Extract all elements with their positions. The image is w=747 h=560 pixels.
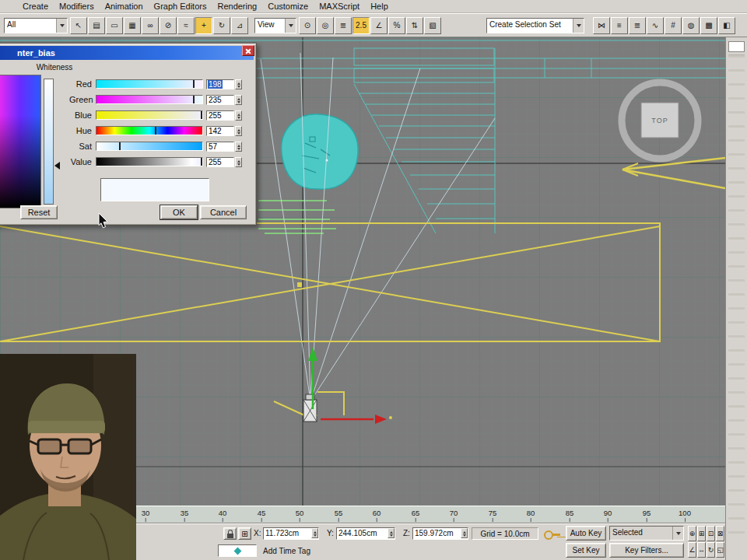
menu-item[interactable]: Modifiers xyxy=(54,2,100,11)
zoom-extents-all-icon[interactable]: ⊠ xyxy=(716,526,724,541)
channel-value-field[interactable]: 255 xyxy=(206,110,234,121)
spinner-snap-icon[interactable]: ⇅ xyxy=(406,17,423,34)
use-pivot-center-icon[interactable]: ⊙ xyxy=(299,17,316,34)
channel-slider-handle[interactable] xyxy=(193,80,195,88)
command-panel[interactable] xyxy=(725,37,747,560)
key-filters-button[interactable]: Key Filters... xyxy=(609,543,684,558)
whiteness-slider-handle[interactable] xyxy=(54,162,60,170)
render-last-icon[interactable]: ◧ xyxy=(718,17,735,34)
channel-slider[interactable] xyxy=(96,110,203,120)
menu-item[interactable]: Animation xyxy=(100,2,149,11)
zoom-all-icon[interactable]: ⊞ xyxy=(697,526,706,541)
menu-item[interactable]: Help xyxy=(365,2,394,11)
ok-button[interactable]: OK xyxy=(160,205,198,219)
command-panel-field[interactable] xyxy=(728,41,745,52)
maximize-viewport-icon[interactable]: ◱ xyxy=(716,542,724,558)
named-selection-set-combo[interactable]: Create Selection Set xyxy=(486,18,584,33)
channel-slider[interactable] xyxy=(96,157,203,166)
channel-slider[interactable] xyxy=(96,126,203,135)
rectangular-selection-icon[interactable]: ▭ xyxy=(106,17,123,34)
chevron-down-icon[interactable] xyxy=(285,19,296,33)
spinner-arrows-icon[interactable] xyxy=(235,95,242,105)
channel-slider[interactable] xyxy=(96,79,203,89)
selection-filter-dropdown[interactable]: All xyxy=(4,18,68,33)
channel-value-field[interactable]: 198 xyxy=(206,79,234,89)
render-setup-icon[interactable]: ▩ xyxy=(700,17,717,34)
camera-object[interactable] xyxy=(303,394,317,422)
whiteness-slider[interactable] xyxy=(44,79,54,205)
spinner-arrows-icon[interactable] xyxy=(461,528,468,538)
field-of-view-icon[interactable]: ∠ xyxy=(688,542,696,558)
snaps-toggle-icon[interactable]: 2.5 xyxy=(352,17,370,34)
channel-value-field[interactable]: 142 xyxy=(206,126,234,136)
spinner-arrows-icon[interactable] xyxy=(235,142,242,152)
x-coordinate-field[interactable]: 11.723cm xyxy=(263,527,319,540)
bind-to-spacewarp-icon[interactable]: ≈ xyxy=(177,17,195,34)
time-tag-field[interactable] xyxy=(218,544,257,557)
angle-snap-icon[interactable]: ∠ xyxy=(370,17,388,34)
spinner-arrows-icon[interactable] xyxy=(235,157,242,167)
material-editor-icon[interactable]: ◍ xyxy=(682,17,700,34)
percent-snap-icon[interactable]: % xyxy=(388,17,405,34)
channel-slider-handle[interactable] xyxy=(193,96,195,103)
hue-saturation-palette[interactable] xyxy=(0,75,41,208)
y-coordinate-field[interactable]: 244.105cm xyxy=(336,527,395,540)
channel-slider-handle[interactable] xyxy=(201,158,202,166)
menu-item[interactable]: MAXScript xyxy=(314,2,365,11)
channel-value-field[interactable]: 255 xyxy=(206,157,234,167)
key-mode-dropdown[interactable]: Selected xyxy=(609,526,684,541)
select-by-name-icon[interactable]: ▤ xyxy=(88,17,105,34)
set-key-button[interactable]: Set Key xyxy=(566,543,606,558)
select-object-icon[interactable]: ↖ xyxy=(70,17,87,34)
set-key-icon[interactable] xyxy=(544,530,561,540)
curve-editor-icon[interactable]: ∿ xyxy=(647,17,664,34)
spinner-arrows-icon[interactable] xyxy=(388,528,395,538)
select-and-manipulate-icon[interactable]: ◎ xyxy=(317,17,334,34)
spinner-arrows-icon[interactable] xyxy=(235,126,242,136)
command-panel-rollouts[interactable] xyxy=(728,54,745,537)
pan-icon[interactable]: ↔ xyxy=(697,542,706,558)
reference-coordinate-dropdown[interactable]: View xyxy=(254,18,296,33)
channel-slider-handle[interactable] xyxy=(201,111,202,119)
spinner-arrows-icon[interactable] xyxy=(311,528,318,538)
spinner-arrows-icon[interactable] xyxy=(235,110,242,121)
edit-named-selection-sets-icon[interactable]: ▧ xyxy=(424,17,441,34)
menu-item[interactable]: Create xyxy=(17,2,54,11)
arc-rotate-icon[interactable]: ↻ xyxy=(707,542,715,558)
zoom-icon[interactable]: ⊕ xyxy=(688,526,696,541)
mirror-icon[interactable]: ⋈ xyxy=(593,17,610,34)
chevron-down-icon[interactable] xyxy=(573,19,584,33)
add-time-tag-label[interactable]: Add Time Tag xyxy=(263,547,310,555)
select-and-rotate-icon[interactable]: ↻ xyxy=(213,17,230,34)
reset-button[interactable]: Reset xyxy=(20,205,58,219)
z-coordinate-field[interactable]: 159.972cm xyxy=(412,527,468,540)
cancel-button[interactable]: Cancel xyxy=(200,205,247,219)
dialog-title-bar[interactable]: nter_bias xyxy=(0,46,254,60)
unlink-selection-icon[interactable]: ⊘ xyxy=(160,17,177,34)
channel-slider[interactable] xyxy=(96,142,203,151)
channel-slider-handle[interactable] xyxy=(119,142,121,150)
menu-item[interactable]: Rendering xyxy=(212,2,262,11)
selected-object-blob[interactable] xyxy=(282,114,359,189)
select-and-scale-icon[interactable]: ⊿ xyxy=(231,17,248,34)
select-and-move-icon[interactable]: + xyxy=(195,17,212,34)
layer-manager-icon[interactable]: ≣ xyxy=(629,17,646,34)
auto-key-button[interactable]: Auto Key xyxy=(566,526,606,541)
menu-item[interactable]: Graph Editors xyxy=(149,2,212,11)
channel-value-field[interactable]: 57 xyxy=(206,142,234,152)
chevron-down-icon[interactable] xyxy=(56,19,67,33)
menu-item[interactable]: Customize xyxy=(262,2,314,11)
crossing-selection-icon[interactable]: ▦ xyxy=(124,17,141,34)
keyboard-shortcut-override-icon[interactable]: ≣ xyxy=(335,17,352,34)
schematic-view-icon[interactable]: # xyxy=(665,17,682,34)
channel-slider[interactable] xyxy=(96,95,203,104)
spinner-arrows-icon[interactable] xyxy=(235,79,242,89)
zoom-extents-icon[interactable]: ⊡ xyxy=(707,526,715,541)
absolute-offset-mode-icon[interactable]: ⊞ xyxy=(238,527,251,540)
align-icon[interactable]: ≡ xyxy=(611,17,628,34)
select-and-link-icon[interactable]: ∞ xyxy=(142,17,159,34)
channel-value-field[interactable]: 235 xyxy=(206,95,234,105)
channel-slider-handle[interactable] xyxy=(155,127,156,135)
selection-lock-icon[interactable] xyxy=(223,527,237,540)
chevron-down-icon[interactable] xyxy=(672,527,683,540)
